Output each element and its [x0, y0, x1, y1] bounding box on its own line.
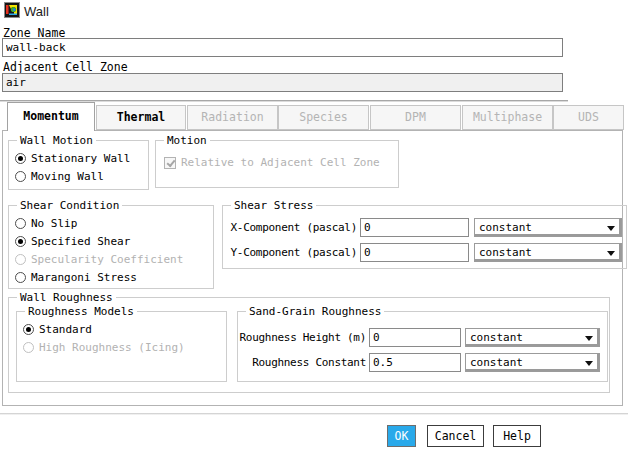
x-component-input[interactable] — [360, 218, 469, 237]
adjacent-cell-zone-field — [2, 73, 563, 92]
chevron-down-icon — [585, 361, 593, 366]
checkbox-label: Relative to Adjacent Cell Zone — [181, 156, 380, 169]
sand-grain-roughness-title: Sand-Grain Roughness — [246, 305, 384, 318]
radio-label: Specified Shear — [31, 235, 130, 248]
dropdown-value: constant — [479, 221, 532, 234]
app-contour-icon — [4, 2, 20, 18]
dropdown-value: constant — [479, 246, 532, 259]
shear-stress-group: Shear Stress X-Component (pascal) consta… — [222, 205, 627, 269]
tab-thermal[interactable]: Thermal — [96, 105, 186, 130]
tab-momentum[interactable]: Momentum — [7, 102, 95, 131]
chevron-down-icon — [607, 251, 615, 256]
tab-radiation: Radiation — [187, 105, 278, 130]
checkbox-relative-to-adjacent-cell-zone: Relative to Adjacent Cell Zone — [164, 155, 380, 170]
radio-specified-shear[interactable]: Specified Shear — [15, 234, 130, 249]
tab-multiphase: Multiphase — [462, 105, 553, 130]
y-component-label: Y-Component (pascal) — [225, 246, 357, 259]
momentum-panel: Wall Motion Stationary Wall Moving Wall … — [2, 130, 623, 406]
window-title: Wall — [24, 4, 49, 19]
x-component-profile-dropdown[interactable]: constant — [474, 218, 622, 237]
roughness-constant-label: Roughness Constant — [239, 356, 366, 369]
radio-specularity-coefficient: Specularity Coefficient — [15, 252, 183, 267]
chevron-down-icon — [607, 226, 615, 231]
radio-standard[interactable]: Standard — [23, 322, 92, 337]
radio-on-icon — [15, 236, 26, 247]
radio-moving-wall[interactable]: Moving Wall — [15, 169, 104, 184]
dropdown-value: constant — [470, 356, 523, 369]
wall-roughness-group: Wall Roughness Roughness Models Standard… — [8, 297, 610, 393]
adjacent-cell-zone-label: Adjacent Cell Zone — [3, 60, 128, 74]
roughness-models-title: Roughness Models — [25, 305, 137, 318]
y-component-profile-dropdown[interactable]: constant — [474, 243, 622, 262]
radio-on-icon — [15, 153, 26, 164]
sand-grain-roughness-group: Sand-Grain Roughness Roughness Height (m… — [237, 311, 608, 382]
cancel-button[interactable]: Cancel — [427, 425, 484, 447]
shear-condition-group: Shear Condition No Slip Specified Shear … — [8, 205, 214, 289]
radio-label: Marangoni Stress — [31, 271, 137, 284]
tab-species: Species — [278, 105, 369, 130]
x-component-label: X-Component (pascal) — [225, 221, 357, 234]
radio-on-icon — [23, 324, 34, 335]
dropdown-value: constant — [470, 331, 523, 344]
radio-off-icon — [15, 218, 26, 229]
roughness-constant-input[interactable] — [369, 353, 461, 372]
radio-label: No Slip — [31, 217, 77, 230]
tab-uds: UDS — [553, 105, 624, 130]
radio-off-icon — [15, 272, 26, 283]
radio-marangoni-stress[interactable]: Marangoni Stress — [15, 270, 137, 285]
radio-no-slip[interactable]: No Slip — [15, 216, 77, 231]
radio-off-icon — [15, 171, 26, 182]
radio-disabled-icon — [23, 342, 34, 353]
roughness-constant-profile-dropdown[interactable]: constant — [465, 353, 600, 372]
roughness-height-input[interactable] — [369, 328, 461, 347]
motion-group: Motion Relative to Adjacent Cell Zone — [155, 140, 399, 188]
radio-label: Specularity Coefficient — [31, 253, 183, 266]
chevron-down-icon — [585, 336, 593, 341]
motion-title: Motion — [164, 134, 210, 147]
radio-label: Standard — [39, 323, 92, 336]
radio-label: Moving Wall — [31, 170, 104, 183]
tab-dpm: DPM — [370, 105, 461, 130]
radio-label: Stationary Wall — [31, 152, 130, 165]
checkbox-checked-icon — [164, 157, 176, 169]
radio-disabled-icon — [15, 254, 26, 265]
roughness-height-profile-dropdown[interactable]: constant — [465, 328, 600, 347]
wall-motion-title: Wall Motion — [17, 134, 96, 147]
radio-label: High Roughness (Icing) — [39, 341, 185, 354]
wall-roughness-title: Wall Roughness — [17, 291, 116, 304]
shear-stress-title: Shear Stress — [231, 199, 316, 212]
zone-name-input[interactable] — [2, 38, 563, 57]
wall-motion-group: Wall Motion Stationary Wall Moving Wall — [8, 140, 149, 190]
radio-high-roughness-icing: High Roughness (Icing) — [23, 340, 185, 355]
horizontal-separator-bottom — [0, 413, 628, 415]
ok-button[interactable]: OK — [387, 425, 416, 447]
radio-stationary-wall[interactable]: Stationary Wall — [15, 151, 130, 166]
roughness-height-label: Roughness Height (m) — [239, 331, 366, 344]
shear-condition-title: Shear Condition — [17, 199, 122, 212]
help-button[interactable]: Help — [493, 425, 541, 447]
y-component-input[interactable] — [360, 243, 469, 262]
roughness-models-group: Roughness Models Standard High Roughness… — [16, 311, 227, 382]
